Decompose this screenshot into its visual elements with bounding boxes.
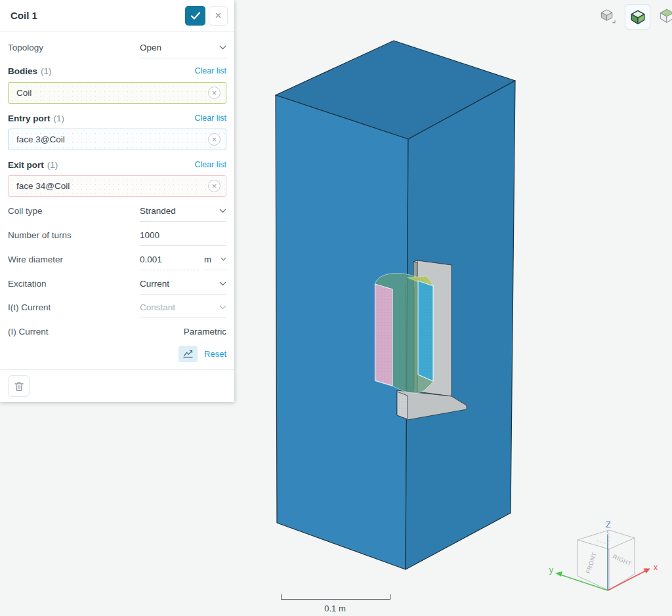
render-mode-cube-icon[interactable]	[599, 7, 616, 24]
topology-row: Topology Open	[0, 37, 234, 58]
select-volume-icon[interactable]	[625, 4, 650, 30]
chevron-down-icon	[219, 209, 226, 213]
core-foot-stipple	[397, 392, 408, 419]
number-of-turns-row: Number of turns 1000	[0, 224, 234, 246]
select-face-icon[interactable]	[658, 7, 672, 24]
coil-type-label: Coil type	[8, 200, 43, 222]
scale-bar-label: 0.1 m	[281, 604, 389, 613]
reset-link[interactable]: Reset	[204, 349, 226, 359]
exit-port-label: Exit port	[8, 160, 44, 170]
exit-port-chip-label: face 34@Coil	[16, 181, 70, 191]
triad-y-axis: y	[549, 565, 608, 590]
coil-type-row: Coil type Stranded	[0, 200, 234, 222]
scale-bar	[281, 594, 390, 600]
number-of-turns-input[interactable]: 1000	[140, 224, 226, 246]
i-current-value: Parametric	[184, 321, 226, 342]
triad-z-label: Z	[606, 520, 610, 529]
wire-diameter-row: Wire diameter 0.001 m	[0, 249, 234, 270]
it-current-row: I(t) Current Constant	[0, 297, 234, 318]
entry-port-chip-remove-button[interactable]: ×	[208, 133, 220, 146]
entry-port-clear-list-link[interactable]: Clear list	[194, 109, 226, 127]
close-button[interactable]: ×	[209, 6, 228, 26]
entry-port-chip[interactable]: face 3@Coil ×	[8, 129, 226, 150]
coil-port-face-pink[interactable]	[375, 284, 393, 386]
exit-port-count: (1)	[47, 160, 58, 170]
line-chart-icon	[182, 349, 194, 358]
wire-diameter-input[interactable]: 0.001	[140, 249, 199, 270]
bodies-count: (1)	[41, 66, 52, 76]
viewport-toolbar	[234, 0, 672, 31]
triad-x-axis: x	[608, 562, 658, 590]
topology-label: Topology	[8, 37, 43, 58]
delete-button[interactable]	[8, 375, 30, 397]
entry-port-count: (1)	[54, 113, 65, 123]
triad-right-face-label: RIGHT	[612, 553, 633, 567]
apply-button[interactable]	[185, 6, 205, 26]
triad-x-label: x	[654, 562, 658, 572]
exit-port-clear-list-link[interactable]: Clear list	[194, 155, 226, 174]
chevron-down-icon	[219, 305, 226, 310]
bodies-clear-list-link[interactable]: Clear list	[194, 62, 226, 80]
close-icon: ×	[215, 9, 222, 22]
exit-port-chip-remove-button[interactable]: ×	[208, 180, 220, 192]
exit-port-chip[interactable]: face 34@Coil ×	[8, 175, 226, 197]
panel-footer	[0, 369, 234, 403]
trash-icon	[13, 380, 25, 392]
bodies-chip-label: Coil	[16, 88, 32, 98]
i-current-row: (I) Current Parametric	[0, 321, 234, 342]
orientation-cube[interactable]: FRONT RIGHT Z y x	[543, 516, 672, 598]
parametric-controls: Reset	[178, 344, 226, 363]
bodies-chip-remove-button[interactable]: ×	[208, 87, 220, 99]
bodies-chip-coil[interactable]: Coil ×	[8, 82, 226, 104]
excitation-row: Excitation Current	[0, 273, 234, 295]
entry-port-chip-label: face 3@Coil	[16, 134, 65, 144]
number-of-turns-label: Number of turns	[8, 224, 72, 246]
chevron-down-icon	[219, 281, 226, 286]
check-icon	[190, 11, 201, 20]
it-current-select-disabled: Constant	[140, 297, 226, 318]
it-current-label: I(t) Current	[8, 297, 51, 318]
excitation-select[interactable]: Current	[140, 273, 226, 295]
topology-select[interactable]: Open	[140, 37, 226, 58]
i-current-label: (I) Current	[8, 321, 49, 342]
chevron-down-icon	[220, 257, 226, 261]
coil-type-select[interactable]: Stranded	[140, 200, 226, 222]
chevron-down-icon	[219, 45, 226, 50]
triad-front-face-label: FRONT	[585, 552, 598, 575]
bodies-header-row: Bodies(1) Clear list	[0, 62, 234, 80]
parametric-chart-button[interactable]	[178, 346, 198, 362]
coil-port-face-cyan[interactable]	[418, 281, 433, 381]
wire-diameter-unit-select[interactable]: m	[204, 249, 226, 270]
triad-y-label: y	[549, 565, 554, 575]
bodies-label: Bodies	[8, 66, 37, 76]
wire-diameter-label: Wire diameter	[8, 249, 63, 270]
entry-port-label: Entry port	[8, 113, 51, 123]
exit-port-header-row: Exit port(1) Clear list	[0, 155, 234, 174]
panel-title: Coil 1	[10, 0, 37, 31]
coil-settings-panel: Coil 1 × Topology Open Bodies(1) Clear l…	[0, 0, 234, 402]
excitation-label: Excitation	[8, 273, 47, 295]
entry-port-header-row: Entry port(1) Clear list	[0, 109, 234, 127]
panel-header: Coil 1 ×	[0, 0, 234, 32]
